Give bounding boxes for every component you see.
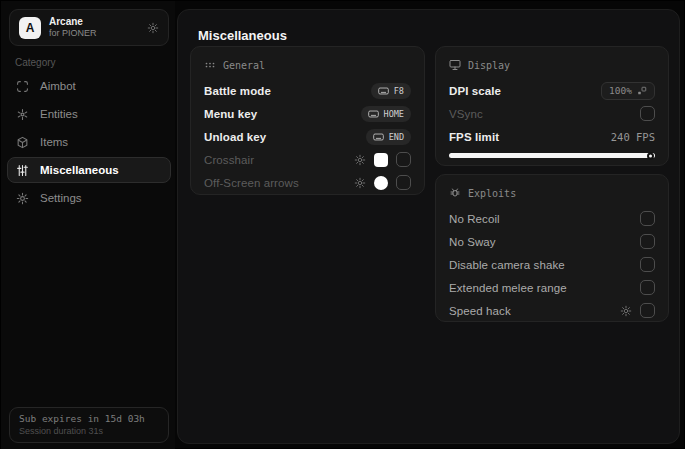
setting-row-crosshair: Crosshair xyxy=(204,148,411,171)
panel-title-label: Exploits xyxy=(468,188,516,199)
no-recoil-checkbox[interactable] xyxy=(640,211,655,226)
setting-row-speed-hack: Speed hack xyxy=(449,299,655,322)
setting-row-no-recoil: No Recoil xyxy=(449,207,655,230)
setting-label: FPS limit xyxy=(449,131,499,143)
offscreen-arrows-checkbox[interactable] xyxy=(396,175,411,190)
sidebar-item-settings[interactable]: Settings xyxy=(7,185,171,211)
sidebar-item-label: Entities xyxy=(40,108,78,120)
sidebar-item-entities[interactable]: Entities xyxy=(7,101,171,127)
setting-row-unload-key: Unload key END xyxy=(204,125,411,148)
setting-label: DPI scale xyxy=(449,85,501,97)
general-panel: General Battle mode F8 Menu key HOME xyxy=(190,46,425,195)
slider-fill xyxy=(449,153,655,158)
setting-row-dpi-scale: DPI scale 100% xyxy=(449,79,655,102)
fps-limit-slider[interactable] xyxy=(449,153,655,158)
session-duration-text: Session duration 31s xyxy=(19,426,159,436)
main-content: Miscellaneous General Battle mode xyxy=(177,9,680,444)
slider-knob[interactable] xyxy=(647,152,654,159)
crosshair-checkbox[interactable] xyxy=(396,152,411,167)
setting-label: Speed hack xyxy=(449,305,511,317)
dpi-scale-value: 100% xyxy=(609,85,632,96)
app-window: A Arcane for PIONER Category Aimbot xyxy=(0,0,685,449)
subscription-info-box: Sub expires in 15d 03h Session duration … xyxy=(9,407,169,443)
panel-title-label: Display xyxy=(468,60,510,71)
cube-icon xyxy=(16,136,30,149)
sidebar-item-aimbot[interactable]: Aimbot xyxy=(7,73,171,99)
sidebar-nav: Aimbot Entities Items xyxy=(7,73,171,213)
setting-row-extended-melee-range: Extended melee range xyxy=(449,276,655,299)
setting-row-battle-mode: Battle mode F8 xyxy=(204,79,411,102)
brand-card: A Arcane for PIONER xyxy=(9,9,169,46)
spark-icon xyxy=(16,108,30,121)
setting-row-fps-limit: FPS limit 240 FPS xyxy=(449,125,655,148)
exploits-panel: Exploits No Recoil No Sway Disable camer… xyxy=(435,174,669,322)
brand-text: Arcane for PIONER xyxy=(49,16,147,39)
sidebar-item-label: Aimbot xyxy=(40,80,76,92)
setting-row-disable-camera-shake: Disable camera shake xyxy=(449,253,655,276)
setting-row-menu-key: Menu key HOME xyxy=(204,102,411,125)
sidebar-item-items[interactable]: Items xyxy=(7,129,171,155)
vsync-checkbox[interactable] xyxy=(640,106,655,121)
exploits-panel-header: Exploits xyxy=(449,185,655,201)
setting-label: Unload key xyxy=(204,131,266,143)
color-swatch[interactable] xyxy=(374,153,388,167)
display-panel: Display DPI scale 100% VSync FPS limit 2… xyxy=(435,46,669,166)
setting-label: Crosshair xyxy=(204,154,254,166)
sub-expiry-text: Sub expires in 15d 03h xyxy=(19,413,159,424)
setting-label: No Recoil xyxy=(449,213,500,225)
setting-label: Extended melee range xyxy=(449,282,567,294)
keyboard-icon xyxy=(373,133,384,141)
setting-label: Battle mode xyxy=(204,85,271,97)
setting-label: No Sway xyxy=(449,236,496,248)
speed-hack-checkbox[interactable] xyxy=(640,303,655,318)
gear-icon[interactable] xyxy=(354,154,366,166)
sliders-icon xyxy=(16,164,30,177)
fps-limit-value: 240 FPS xyxy=(611,131,655,143)
setting-label: Off-Screen arrows xyxy=(204,177,299,189)
sidebar-item-label: Settings xyxy=(40,192,82,204)
scale-icon xyxy=(637,86,647,96)
dpi-scale-select[interactable]: 100% xyxy=(601,82,655,100)
gear-icon[interactable] xyxy=(147,22,159,34)
sidebar-item-miscellaneous[interactable]: Miscellaneous xyxy=(7,157,171,183)
gear-icon xyxy=(16,192,30,205)
sidebar-item-label: Items xyxy=(40,136,68,148)
setting-label: Disable camera shake xyxy=(449,259,565,271)
app-subtitle: for PIONER xyxy=(49,28,147,39)
setting-label: Menu key xyxy=(204,108,257,120)
keybind-button[interactable]: HOME xyxy=(361,106,411,122)
display-panel-header: Display xyxy=(449,57,655,73)
panel-title-label: General xyxy=(223,60,265,71)
keyboard-icon xyxy=(368,110,379,118)
monitor-icon xyxy=(449,59,461,71)
setting-row-no-sway: No Sway xyxy=(449,230,655,253)
keybind-button[interactable]: F8 xyxy=(371,83,411,99)
gear-icon[interactable] xyxy=(620,305,632,317)
keybind-value: HOME xyxy=(384,109,404,119)
category-label: Category xyxy=(15,57,56,68)
setting-row-vsync: VSync xyxy=(449,102,655,125)
color-swatch[interactable] xyxy=(374,176,388,190)
keybind-value: END xyxy=(389,132,404,142)
general-panel-header: General xyxy=(204,57,411,73)
no-sway-checkbox[interactable] xyxy=(640,234,655,249)
setting-row-offscreen-arrows: Off-Screen arrows xyxy=(204,171,411,194)
sidebar: A Arcane for PIONER Category Aimbot xyxy=(1,1,175,449)
sidebar-item-label: Miscellaneous xyxy=(40,164,119,176)
viewfinder-icon xyxy=(16,80,30,93)
keybind-value: F8 xyxy=(394,86,404,96)
extended-melee-range-checkbox[interactable] xyxy=(640,280,655,295)
app-name: Arcane xyxy=(49,16,147,28)
gear-icon[interactable] xyxy=(354,177,366,189)
app-logo: A xyxy=(19,17,41,39)
keyboard-icon xyxy=(378,87,389,95)
disable-camera-shake-checkbox[interactable] xyxy=(640,257,655,272)
keybind-button[interactable]: END xyxy=(366,129,411,145)
page-title: Miscellaneous xyxy=(198,28,287,43)
setting-label: VSync xyxy=(449,108,483,120)
bug-icon xyxy=(449,187,461,199)
grid-dots-icon xyxy=(204,59,216,71)
